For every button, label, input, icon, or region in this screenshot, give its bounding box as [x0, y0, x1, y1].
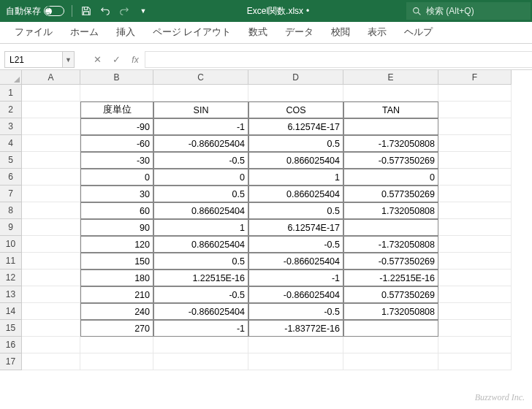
cell-D4[interactable]: 0.5	[248, 135, 343, 152]
cell-E12[interactable]: -1.22515E-16	[343, 270, 438, 286]
cell-E4[interactable]: -1.732050808	[343, 135, 438, 152]
cell-B2[interactable]: 度単位	[80, 102, 153, 118]
name-box-dropdown-icon[interactable]: ▼	[63, 51, 75, 68]
cell-C8[interactable]: 0.866025404	[153, 202, 248, 219]
cell-B13[interactable]: 210	[80, 286, 153, 303]
cell-D8[interactable]: 0.5	[248, 202, 343, 219]
cell-F4[interactable]	[438, 135, 512, 152]
cell-F15[interactable]	[438, 320, 512, 337]
qat-dropdown-icon[interactable]: ▼	[137, 4, 150, 18]
tab-formulas[interactable]: 数式	[240, 22, 276, 44]
tab-file[interactable]: ファイル	[6, 22, 61, 44]
cell-C5[interactable]: -0.5	[153, 152, 248, 169]
cell-C11[interactable]: 0.5	[153, 253, 248, 270]
cell-F3[interactable]	[438, 118, 512, 135]
cell-B3[interactable]: -90	[80, 118, 153, 135]
cell-F7[interactable]	[438, 186, 512, 202]
row-header-9[interactable]: 9	[0, 219, 22, 236]
cell-E9[interactable]	[343, 219, 438, 236]
cell-E3[interactable]	[343, 118, 438, 135]
cell-A8[interactable]	[22, 202, 80, 219]
cell-D7[interactable]: 0.866025404	[248, 186, 343, 202]
undo-icon[interactable]	[99, 4, 112, 18]
cell-C1[interactable]	[153, 85, 248, 102]
cell-A6[interactable]	[22, 169, 80, 186]
cell-E8[interactable]: 1.732050808	[343, 202, 438, 219]
cell-E17[interactable]	[343, 353, 438, 370]
cell-F17[interactable]	[438, 353, 512, 370]
cell-C9[interactable]: 1	[153, 219, 248, 236]
col-header-E[interactable]: E	[343, 70, 438, 85]
row-header-12[interactable]: 12	[0, 270, 22, 286]
cell-F6[interactable]	[438, 169, 512, 186]
cell-B6[interactable]: 0	[80, 169, 153, 186]
row-header-7[interactable]: 7	[0, 186, 22, 202]
formula-input[interactable]	[145, 51, 532, 68]
col-header-A[interactable]: A	[22, 70, 80, 85]
cell-F12[interactable]	[438, 270, 512, 286]
row-header-1[interactable]: 1	[0, 85, 22, 102]
row-header-16[interactable]: 16	[0, 337, 22, 353]
cell-E2[interactable]: TAN	[343, 102, 438, 118]
cell-C17[interactable]	[153, 353, 248, 370]
cell-C14[interactable]: -0.866025404	[153, 303, 248, 320]
cell-D12[interactable]: -1	[248, 270, 343, 286]
cell-A2[interactable]	[22, 102, 80, 118]
cell-C2[interactable]: SIN	[153, 102, 248, 118]
cell-B5[interactable]: -30	[80, 152, 153, 169]
cell-E10[interactable]: -1.732050808	[343, 236, 438, 253]
cell-D3[interactable]: 6.12574E-17	[248, 118, 343, 135]
col-header-B[interactable]: B	[80, 70, 153, 85]
cell-C15[interactable]: -1	[153, 320, 248, 337]
cell-A13[interactable]	[22, 286, 80, 303]
tab-insert[interactable]: 挿入	[107, 22, 144, 44]
tab-data[interactable]: データ	[276, 22, 322, 44]
cell-C10[interactable]: 0.866025404	[153, 236, 248, 253]
cell-D1[interactable]	[248, 85, 343, 102]
cell-A7[interactable]	[22, 186, 80, 202]
cell-F10[interactable]	[438, 236, 512, 253]
row-header-3[interactable]: 3	[0, 118, 22, 135]
cell-D6[interactable]: 1	[248, 169, 343, 186]
row-header-10[interactable]: 10	[0, 236, 22, 253]
tab-page-layout[interactable]: ページ レイアウト	[144, 22, 240, 44]
cell-C12[interactable]: 1.22515E-16	[153, 270, 248, 286]
cell-E11[interactable]: -0.577350269	[343, 253, 438, 270]
cell-B7[interactable]: 30	[80, 186, 153, 202]
row-header-14[interactable]: 14	[0, 303, 22, 320]
cell-E15[interactable]	[343, 320, 438, 337]
tab-help[interactable]: ヘルプ	[395, 22, 441, 44]
tab-view[interactable]: 表示	[359, 22, 395, 44]
cell-A11[interactable]	[22, 253, 80, 270]
cell-A15[interactable]	[22, 320, 80, 337]
tab-review[interactable]: 校閲	[322, 22, 359, 44]
col-header-F[interactable]: F	[438, 70, 512, 85]
search-box[interactable]: 検索 (Alt+Q)	[406, 2, 531, 20]
cell-B8[interactable]: 60	[80, 202, 153, 219]
fx-icon[interactable]: fx	[126, 51, 145, 68]
cell-A1[interactable]	[22, 85, 80, 102]
cell-B4[interactable]: -60	[80, 135, 153, 152]
cell-F8[interactable]	[438, 202, 512, 219]
cell-B14[interactable]: 240	[80, 303, 153, 320]
cell-B10[interactable]: 120	[80, 236, 153, 253]
cell-B12[interactable]: 180	[80, 270, 153, 286]
cell-F16[interactable]	[438, 337, 512, 353]
tab-home[interactable]: ホーム	[61, 22, 107, 44]
cell-E5[interactable]: -0.577350269	[343, 152, 438, 169]
cell-D15[interactable]: -1.83772E-16	[248, 320, 343, 337]
cell-B17[interactable]	[80, 353, 153, 370]
cell-D13[interactable]: -0.866025404	[248, 286, 343, 303]
cell-F2[interactable]	[438, 102, 512, 118]
cell-E1[interactable]	[343, 85, 438, 102]
cell-E16[interactable]	[343, 337, 438, 353]
cell-F5[interactable]	[438, 152, 512, 169]
row-header-2[interactable]: 2	[0, 102, 22, 118]
col-header-C[interactable]: C	[153, 70, 248, 85]
row-header-6[interactable]: 6	[0, 169, 22, 186]
cell-F14[interactable]	[438, 303, 512, 320]
cell-A4[interactable]	[22, 135, 80, 152]
cell-E7[interactable]: 0.577350269	[343, 186, 438, 202]
cell-D10[interactable]: -0.5	[248, 236, 343, 253]
cell-C7[interactable]: 0.5	[153, 186, 248, 202]
